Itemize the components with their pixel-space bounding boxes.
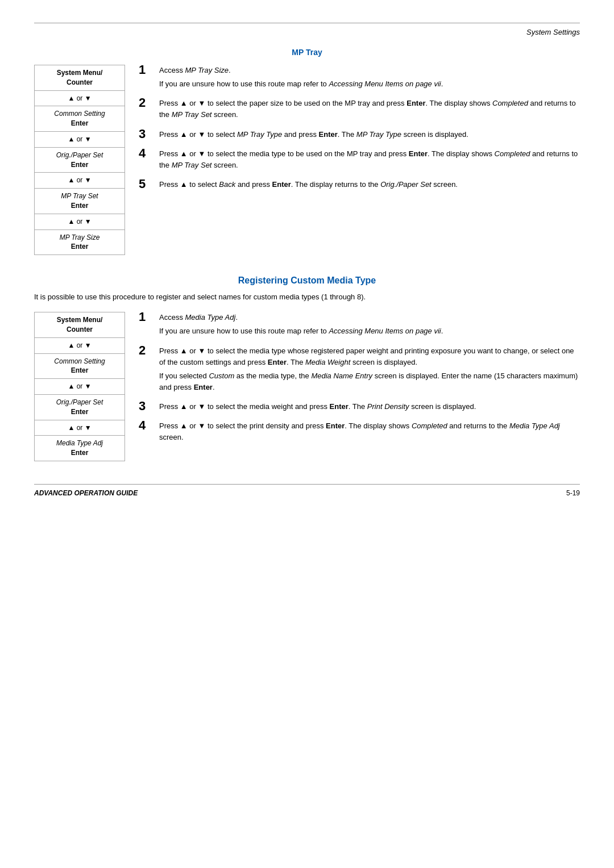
section2-content: System Menu/Counter ▲ or ▼ Common Settin… — [34, 312, 580, 461]
nav-row-5: Orig./Paper SetEnter — [35, 148, 125, 173]
step-1-5: 5 Press ▲ to select Back and press Enter… — [139, 179, 580, 190]
page-header: System Settings — [34, 28, 580, 36]
step-text: Press ▲ or ▼ to select the print density… — [159, 420, 580, 443]
nav-row-6: ▲ or ▼ — [35, 420, 125, 436]
step-2-3: 3 Press ▲ or ▼ to select the media weigh… — [139, 401, 580, 412]
step-num: 1 — [139, 311, 151, 323]
nav-row-2: ▲ or ▼ — [35, 338, 125, 354]
section1-steps: 1 Access MP Tray Size. If you are unsure… — [139, 65, 580, 255]
nav-row-4: ▲ or ▼ — [35, 132, 125, 148]
step-text: Press ▲ to select Back and press Enter. … — [159, 179, 580, 190]
nav-row-4: ▲ or ▼ — [35, 379, 125, 395]
step-1-2: 2 Press ▲ or ▼ to select the paper size … — [139, 98, 580, 120]
step-text: Access MP Tray Size. — [159, 65, 580, 76]
nav-row-3: Common SettingEnter — [35, 354, 125, 379]
section2-title: Registering Custom Media Type — [34, 276, 580, 286]
step-num: 1 — [139, 64, 151, 76]
bottom-rule: ADVANCED OPERATION GUIDE 5-19 — [34, 484, 580, 497]
nav-row-1: System Menu/Counter — [35, 65, 125, 91]
step-text: If you are unsure how to use this route … — [159, 78, 580, 90]
step-num: 5 — [139, 178, 151, 190]
step-text: If you are unsure how to use this route … — [159, 326, 580, 337]
step-content: Access MP Tray Size. If you are unsure h… — [159, 65, 580, 90]
step-text: Press ▲ or ▼ to select the media weight … — [159, 401, 580, 412]
step-1-4: 4 Press ▲ or ▼ to select the media type … — [139, 148, 580, 171]
nav-row-3: Common SettingEnter — [35, 106, 125, 132]
step-text: Access Media Type Adj. — [159, 312, 580, 323]
step-content: Access Media Type Adj. If you are unsure… — [159, 312, 580, 337]
footer-left: ADVANCED OPERATION GUIDE — [34, 489, 138, 497]
step-text: Press ▲ or ▼ to select the media type to… — [159, 148, 580, 171]
nav-row-6: ▲ or ▼ — [35, 173, 125, 189]
step-content: Press ▲ or ▼ to select the paper size to… — [159, 98, 580, 120]
step-text: Press ▲ or ▼ to select the media type wh… — [159, 345, 580, 368]
nav-row-7: Media Type AdjEnter — [35, 436, 125, 461]
step-text: If you selected Custom as the media type… — [159, 370, 580, 393]
step-2-4: 4 Press ▲ or ▼ to select the print densi… — [139, 420, 580, 443]
step-1-1: 1 Access MP Tray Size. If you are unsure… — [139, 65, 580, 90]
step-2-2: 2 Press ▲ or ▼ to select the media type … — [139, 345, 580, 394]
step-content: Press ▲ or ▼ to select the media weight … — [159, 401, 580, 412]
nav-row-2: ▲ or ▼ — [35, 91, 125, 107]
header-title: System Settings — [526, 28, 580, 36]
step-num: 3 — [139, 128, 151, 140]
step-num: 2 — [139, 344, 151, 357]
section1-content: System Menu/Counter ▲ or ▼ Common Settin… — [34, 65, 580, 255]
step-text: Press ▲ or ▼ to select MP Tray Type and … — [159, 129, 580, 140]
step-1-3: 3 Press ▲ or ▼ to select MP Tray Type an… — [139, 129, 580, 140]
section2-intro: It is possible to use this procedure to … — [34, 291, 580, 303]
step-num: 4 — [139, 147, 151, 160]
step-2-1: 1 Access Media Type Adj. If you are unsu… — [139, 312, 580, 337]
section-mp-tray: MP Tray System Menu/Counter ▲ or ▼ Commo… — [34, 48, 580, 255]
top-rule — [34, 23, 580, 23]
step-content: Press ▲ or ▼ to select MP Tray Type and … — [159, 129, 580, 140]
nav-row-8: ▲ or ▼ — [35, 214, 125, 230]
page: System Settings MP Tray System Menu/Coun… — [0, 0, 614, 868]
nav-row-7: MP Tray SetEnter — [35, 189, 125, 214]
step-num: 3 — [139, 400, 151, 412]
step-content: Press ▲ to select Back and press Enter. … — [159, 179, 580, 190]
step-content: Press ▲ or ▼ to select the media type to… — [159, 148, 580, 171]
section-custom-media: Registering Custom Media Type It is poss… — [34, 276, 580, 461]
section2-nav-box: System Menu/Counter ▲ or ▼ Common Settin… — [34, 312, 125, 461]
nav-row-1: System Menu/Counter — [35, 312, 125, 338]
step-content: Press ▲ or ▼ to select the print density… — [159, 420, 580, 443]
section1-title: MP Tray — [34, 48, 580, 57]
step-num: 2 — [139, 97, 151, 109]
nav-row-9: MP Tray SizeEnter — [35, 230, 125, 255]
step-num: 4 — [139, 419, 151, 432]
page-footer: ADVANCED OPERATION GUIDE 5-19 — [34, 489, 580, 497]
footer-right: 5-19 — [566, 489, 580, 497]
step-content: Press ▲ or ▼ to select the media type wh… — [159, 345, 580, 394]
section1-nav-box: System Menu/Counter ▲ or ▼ Common Settin… — [34, 65, 125, 255]
nav-row-5: Orig./Paper SetEnter — [35, 395, 125, 420]
section2-steps: 1 Access Media Type Adj. If you are unsu… — [139, 312, 580, 461]
step-text: Press ▲ or ▼ to select the paper size to… — [159, 98, 580, 120]
